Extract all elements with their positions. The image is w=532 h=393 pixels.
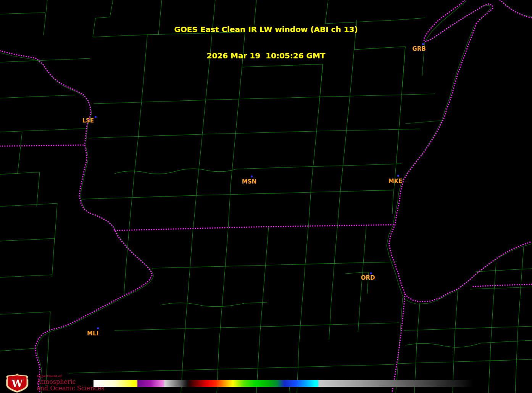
logo-line-2: and Oceanic Sciences [37,385,104,392]
station-label: MSN [242,178,256,185]
satellite-image-viewer: LSE GRB MSN MKE ORD MLI GOES East Clean … [0,0,532,393]
uw-crest-icon: W [3,373,31,393]
station-LSE: LSE [82,116,97,124]
station-label: MLI [87,330,98,337]
station-label: ORD [361,274,375,281]
uw-aos-logo: W Department of Atmospheric and Oceanic … [3,373,104,393]
logo-text: Department of Atmospheric and Oceanic Sc… [37,373,104,392]
logo-line-1: Atmospheric [37,379,104,385]
title-block: GOES East Clean IR LW window (ABI ch 13)… [174,8,358,78]
station-MLI: MLI [87,327,99,337]
colorbar [94,380,473,387]
crest-monogram: W [11,378,23,389]
station-label: LSE [82,117,94,124]
station-dot [95,116,97,118]
station-MKE: MKE [389,175,403,185]
station-dot [251,176,253,177]
station-GRB: GRB [412,43,426,52]
station-label: MKE [389,178,403,185]
product-title: GOES East Clean IR LW window (ABI ch 13) [174,25,358,34]
station-label: GRB [412,45,426,52]
station-MSN: MSN [242,176,256,185]
station-ORD: ORD [361,272,375,281]
station-dot [97,327,99,329]
product-timestamp: 2026 Mar 19 10:05:26 GMT [174,52,358,60]
logo-dept-line: Department of [37,374,104,378]
station-dot [397,175,399,177]
station-dot [422,43,424,45]
